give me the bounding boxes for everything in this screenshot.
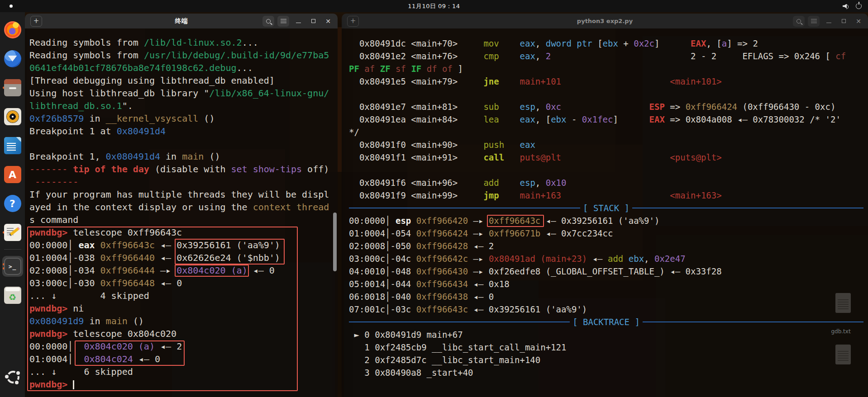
text-editor-icon — [4, 224, 21, 241]
dock-item-files[interactable] — [2, 79, 23, 96]
firefox-icon — [4, 21, 21, 38]
terminal-line: Breakpoint 1 at 0x80491d4 — [29, 125, 338, 137]
terminal-line: 0x80491e2 <main+76> cmp eax, 2 2 - 2 EFL… — [349, 50, 868, 62]
dock-item-firefox[interactable] — [2, 21, 23, 38]
search-button[interactable] — [793, 16, 805, 27]
terminal-line: 0xf26b8579 in __kernel_vsyscall () — [29, 112, 338, 125]
top-bar: 11月10日 09：14 — [0, 0, 868, 12]
desktop-file-label: gdb.txt — [823, 328, 859, 335]
terminal-line: pwndbg> — [29, 378, 338, 391]
files-icon — [4, 79, 21, 96]
section-divider: [ STACK ] — [349, 202, 863, 214]
dock-item-libreoffice-writer[interactable] — [2, 137, 23, 154]
terminal-line: 00:0000│ eax 0xff96643c ◂— 0x39256161 ('… — [29, 239, 338, 251]
terminal-line — [29, 137, 338, 150]
terminal-line: 05:0014│-044 0xff966434 ◂— 0x18 — [349, 278, 868, 290]
desktop: 11月10日 09：14 A?>_♻ gdb.txt + 终端 ✕ Readin… — [0, 0, 868, 397]
close-icon: ✕ — [325, 18, 331, 24]
terminal-line: 0x80491f9 <main+99> jmp main+163 <main+1… — [349, 189, 868, 202]
terminal-line: 1 0xf2485cb9 __libc_start_call_main+121 — [349, 341, 868, 354]
terminal-line: 02:0008│-050 0xff966428 ◂— 2 — [349, 240, 868, 252]
terminal-glyph: >_ — [5, 259, 20, 274]
dock-item-terminal[interactable]: >_ — [2, 256, 23, 277]
terminal-line: 04:0010│-048 0xff966430 —▸ 0xf26edfe8 (_… — [349, 265, 868, 278]
menu-button[interactable] — [277, 16, 289, 27]
terminal-line: s command — [29, 213, 338, 226]
app-center-icon: A — [4, 166, 21, 183]
maximize-button[interactable] — [838, 16, 849, 27]
terminal-line: 0x80491f6 <main+96> add esp, 0x10 — [349, 176, 868, 189]
system-tray[interactable] — [843, 0, 862, 12]
gdb-terminal-output[interactable]: Reading symbols from /lib/ld-linux.so.2.… — [25, 28, 338, 397]
terminal-window-gdb: + 终端 ✕ Reading symbols from /lib/ld-linu… — [25, 14, 338, 397]
new-tab-button[interactable]: + — [30, 16, 42, 27]
recording-indicator-dot — [10, 5, 13, 8]
close-icon: ✕ — [856, 18, 861, 24]
dock-item-show-apps[interactable] — [2, 368, 23, 385]
minimize-button[interactable] — [292, 16, 304, 27]
terminal-line: 00:0000│ esp 0xff966420 —▸ 0xff96643c ◂—… — [349, 214, 868, 227]
terminal-line: 0x80491f0 <main+90> push eax — [349, 138, 868, 151]
thunderbird-icon — [4, 50, 21, 67]
terminal-line: 02:0008│-034 0xff966444 —▸ 0x804c020 (a)… — [29, 264, 338, 277]
terminal-line: 0641ef44b01cf78676ba8e74f0198c62.debug..… — [29, 61, 338, 74]
dock-item-rhythmbox[interactable] — [2, 108, 23, 125]
power-icon[interactable] — [856, 3, 862, 9]
terminal-line: -------- — [29, 175, 338, 188]
dock-item-help[interactable]: ? — [2, 195, 23, 212]
terminal-line: pwndbg> telescope 0x804c020 — [29, 327, 338, 340]
terminal-line: ► 0 0x80491d9 main+67 — [349, 328, 868, 341]
search-button[interactable] — [262, 16, 274, 27]
volume-icon[interactable] — [843, 4, 849, 9]
plus-icon: + — [33, 18, 39, 24]
app-center-glyph: A — [4, 166, 21, 183]
terminal-line: libthread_db.so.1". — [29, 99, 338, 112]
new-tab-button[interactable]: + — [347, 16, 359, 27]
right-titlebar[interactable]: + python3 exp2.py ✕ — [342, 14, 868, 28]
terminal-line: 06:0018│-040 0xff966438 ◂— 0 — [349, 290, 868, 303]
trash-glyph: ♻ — [4, 287, 21, 304]
minimize-button[interactable] — [823, 16, 835, 27]
help-icon: ? — [4, 195, 21, 212]
help-glyph: ? — [4, 195, 21, 212]
terminal-line: 01:0004│ 0x804c024 ◂— 0 — [29, 353, 338, 365]
dock-item-trash[interactable]: ♻ — [2, 287, 23, 304]
dock-item-text-editor[interactable] — [2, 224, 23, 241]
terminal-line: 00:0000│ 0x804c020 (a) ◂— 2 — [29, 340, 338, 353]
close-button[interactable]: ✕ — [322, 16, 334, 27]
desktop-file-icon — [835, 345, 851, 364]
close-button[interactable]: ✕ — [853, 16, 864, 27]
dock-item-thunderbird[interactable] — [2, 50, 23, 67]
clock[interactable]: 11月10日 09：14 — [408, 2, 460, 10]
search-icon — [796, 19, 801, 24]
terminal-line: 0x80491e5 <main+79> jne main+101 <main+1… — [349, 75, 868, 88]
terminal-line: 0x80491ea <main+84> lea eax, [ebx - 0x1f… — [349, 113, 868, 126]
dock-separator — [4, 249, 21, 250]
terminal-line: 2 0xf2485d7c __libc_start_main+140 — [349, 354, 868, 366]
scrollbar-handle[interactable] — [333, 213, 337, 271]
plus-icon: + — [350, 18, 356, 24]
dock-item-app-center[interactable]: A — [2, 166, 23, 183]
right-window-title: python3 exp2.py — [342, 18, 868, 24]
terminal-line: 0x80491e7 <main+81> sub esp, 0xc ESP => … — [349, 100, 868, 113]
left-titlebar[interactable]: + 终端 ✕ — [25, 14, 338, 28]
terminal-line: 0x080491d9 in main () — [29, 315, 338, 327]
terminal-line: pwndbg> telescope 0xff96643c — [29, 226, 338, 239]
menu-button[interactable] — [808, 16, 820, 27]
maximize-icon — [311, 19, 315, 23]
terminal-line: Reading symbols from /lib/ld-linux.so.2.… — [29, 36, 338, 49]
terminal-line: 01:0004│-038 0xff966440 ◂— 0x62626e24 ('… — [29, 251, 338, 264]
hamburger-icon — [281, 19, 286, 23]
pwndbg-context-output[interactable]: 0x80491dc <main+70> mov eax, dword ptr [… — [342, 28, 868, 397]
maximize-icon — [842, 19, 846, 23]
terminal-line: PF af ZF sf IF df of ] — [349, 62, 868, 75]
libreoffice-writer-icon — [4, 137, 21, 154]
trash-icon: ♻ — [4, 287, 21, 304]
terminal-line: */ — [349, 126, 868, 138]
terminal-line: ... ↓ 4 skipped — [29, 289, 338, 302]
text-cursor — [73, 380, 74, 389]
terminal-line: Breakpoint 1, 0x080491d4 in main () — [29, 150, 338, 163]
terminal-line: pwndbg> ni — [29, 302, 338, 315]
terminal-line: Reading symbols from /usr/lib/debug/.bui… — [29, 49, 338, 61]
maximize-button[interactable] — [307, 16, 319, 27]
